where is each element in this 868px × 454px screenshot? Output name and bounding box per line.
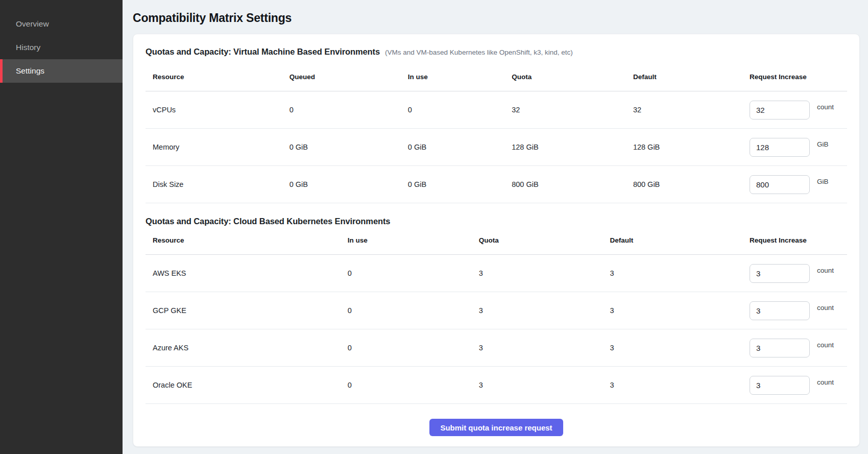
sidebar: Overview History Settings <box>0 0 123 454</box>
column-header-in-use: In use <box>348 236 479 244</box>
unit-label: count <box>817 304 834 312</box>
table-row: AWS EKS 0 3 3 count <box>146 255 847 292</box>
column-header-request-increase: Request Increase <box>750 73 847 81</box>
in-use-value: 0 <box>408 106 512 114</box>
memory-request-input[interactable] <box>750 138 810 157</box>
column-header-queued: Queued <box>290 73 408 81</box>
queued-value: 0 GiB <box>290 143 408 151</box>
default-value: 3 <box>610 306 750 315</box>
vm-section-subtitle: (VMs and VM-based Kubernetes like OpenSh… <box>385 49 573 56</box>
cloud-section-header: Quotas and Capacity: Cloud Based Kuberne… <box>146 217 847 226</box>
resource-label: Memory <box>146 143 290 151</box>
default-value: 3 <box>610 269 750 277</box>
oracle-oke-request-input[interactable] <box>750 376 810 395</box>
main-content: Compatibility Matrix Settings Quotas and… <box>123 0 868 454</box>
resource-label: vCPUs <box>146 106 290 114</box>
column-header-resource: Resource <box>146 73 290 81</box>
cloud-table-header: Resource In use Quota Default Request In… <box>146 226 847 255</box>
in-use-value: 0 <box>348 381 479 389</box>
column-header-in-use: In use <box>408 73 512 81</box>
unit-label: GiB <box>817 178 829 185</box>
request-increase-cell: count <box>750 101 847 120</box>
column-header-request-increase: Request Increase <box>750 236 847 244</box>
queued-value: 0 GiB <box>290 180 408 188</box>
table-row: Azure AKS 0 3 3 count <box>146 329 847 367</box>
azure-aks-request-input[interactable] <box>750 339 810 357</box>
resource-label: GCP GKE <box>146 306 348 315</box>
column-header-default: Default <box>610 236 750 244</box>
page-title: Compatibility Matrix Settings <box>133 11 860 25</box>
column-header-default: Default <box>633 73 750 81</box>
request-increase-cell: count <box>750 376 847 395</box>
request-increase-cell: GiB <box>750 175 847 194</box>
resource-label: Oracle OKE <box>146 381 348 389</box>
sidebar-item-overview[interactable]: Overview <box>0 12 123 36</box>
quota-value: 800 GiB <box>512 180 633 188</box>
vm-section-title: Quotas and Capacity: Virtual Machine Bas… <box>146 47 380 57</box>
in-use-value: 0 <box>348 269 479 277</box>
table-row: GCP GKE 0 3 3 count <box>146 292 847 329</box>
quota-value: 3 <box>479 381 610 389</box>
unit-label: count <box>817 341 834 349</box>
request-increase-cell: count <box>750 301 847 320</box>
quota-value: 3 <box>479 344 610 352</box>
quota-value: 32 <box>512 106 633 114</box>
table-row: Oracle OKE 0 3 3 count <box>146 367 847 404</box>
unit-label: count <box>817 103 834 111</box>
quota-value: 3 <box>479 306 610 315</box>
sidebar-item-settings[interactable]: Settings <box>0 59 123 83</box>
queued-value: 0 <box>290 106 408 114</box>
in-use-value: 0 <box>348 344 479 352</box>
table-row: Disk Size 0 GiB 0 GiB 800 GiB 800 GiB Gi… <box>146 166 847 203</box>
gcp-gke-request-input[interactable] <box>750 301 810 320</box>
resource-label: AWS EKS <box>146 269 348 277</box>
vm-table-header: Resource Queued In use Quota Default Req… <box>146 63 847 91</box>
unit-label: count <box>817 378 834 386</box>
resource-label: Azure AKS <box>146 344 348 352</box>
unit-label: count <box>817 267 834 274</box>
unit-label: GiB <box>817 140 829 148</box>
default-value: 3 <box>610 381 750 389</box>
vm-section-header: Quotas and Capacity: Virtual Machine Bas… <box>146 47 847 57</box>
request-increase-cell: count <box>750 264 847 283</box>
quota-value: 128 GiB <box>512 143 633 151</box>
request-increase-cell: count <box>750 339 847 357</box>
in-use-value: 0 <box>348 306 479 315</box>
app-root: Overview History Settings Compatibility … <box>0 0 868 454</box>
resource-label: Disk Size <box>146 180 290 188</box>
default-value: 800 GiB <box>633 180 750 188</box>
default-value: 32 <box>633 106 750 114</box>
column-header-resource: Resource <box>146 236 348 244</box>
aws-eks-request-input[interactable] <box>750 264 810 283</box>
table-row: Memory 0 GiB 0 GiB 128 GiB 128 GiB GiB <box>146 129 847 166</box>
table-row: vCPUs 0 0 32 32 count <box>146 91 847 129</box>
in-use-value: 0 GiB <box>408 143 512 151</box>
default-value: 128 GiB <box>633 143 750 151</box>
request-increase-cell: GiB <box>750 138 847 157</box>
quota-value: 3 <box>479 269 610 277</box>
submit-quota-increase-button[interactable]: Submit quota increase request <box>429 419 563 436</box>
card-footer: Submit quota increase request <box>146 404 847 436</box>
cloud-section-title: Quotas and Capacity: Cloud Based Kuberne… <box>146 217 390 226</box>
column-header-quota: Quota <box>512 73 633 81</box>
settings-card: Quotas and Capacity: Virtual Machine Bas… <box>133 34 860 447</box>
in-use-value: 0 GiB <box>408 180 512 188</box>
default-value: 3 <box>610 344 750 352</box>
disk-size-request-input[interactable] <box>750 175 810 194</box>
column-header-quota: Quota <box>479 236 610 244</box>
vcpus-request-input[interactable] <box>750 101 810 120</box>
sidebar-item-history[interactable]: History <box>0 36 123 59</box>
